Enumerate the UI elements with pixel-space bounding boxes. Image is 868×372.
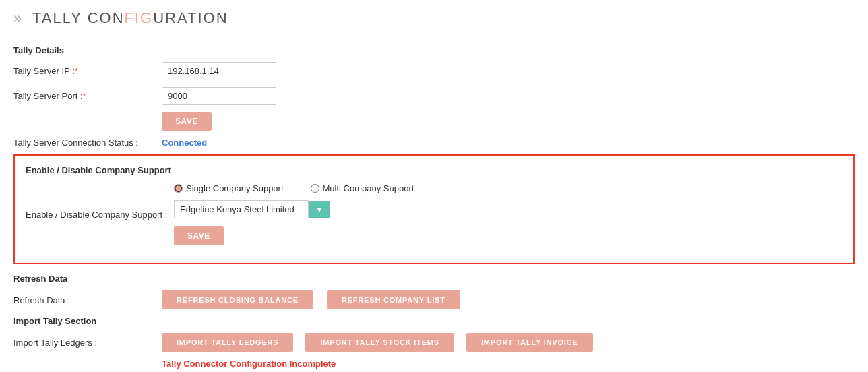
import-tally-invoice-button[interactable]: IMPORT TALLY INVOICE bbox=[466, 333, 593, 352]
company-support-save-button[interactable]: SAVE bbox=[174, 226, 224, 245]
company-dropdown[interactable]: Edgeline Kenya Steel Limited bbox=[174, 200, 309, 218]
title-highlight: FIG bbox=[125, 9, 154, 26]
tally-error-message: Tally Connector Configuration Incomplete bbox=[162, 359, 855, 369]
import-tally-row: Import Tally Ledgers : IMPORT TALLY LEDG… bbox=[13, 333, 855, 352]
connection-status-label: Tally Server Connection Status : bbox=[13, 137, 162, 148]
server-port-row: Tally Server Port :* bbox=[13, 87, 855, 105]
import-tally-stock-items-button[interactable]: IMPORT TALLY STOCK ITEMS bbox=[305, 333, 454, 352]
main-content: Tally Details Tally Server IP :* Tally S… bbox=[0, 34, 868, 372]
refresh-data-row: Refresh Data : REFRESH CLOSING BALANCE R… bbox=[13, 290, 855, 309]
radio-group: Single Company Support Multi Company Sup… bbox=[174, 183, 414, 193]
import-tally-ledgers-button[interactable]: IMPORT TALLY LEDGERS bbox=[162, 333, 293, 352]
company-dropdown-container: Edgeline Kenya Steel Limited ▼ bbox=[174, 200, 414, 218]
server-port-label: Tally Server Port :* bbox=[13, 91, 162, 101]
refresh-btn-group: REFRESH CLOSING BALANCE REFRESH COMPANY … bbox=[162, 290, 460, 309]
refresh-data-title: Refresh Data bbox=[13, 274, 855, 284]
multi-company-label: Multi Company Support bbox=[323, 183, 414, 193]
multi-company-radio-label[interactable]: Multi Company Support bbox=[311, 183, 414, 193]
page-title: » TALLY CONFIGURATION bbox=[13, 9, 855, 27]
title-text-suffix: URATION bbox=[153, 9, 228, 26]
single-company-radio-label[interactable]: Single Company Support bbox=[174, 183, 284, 193]
tally-details-title: Tally Details bbox=[13, 45, 855, 55]
connection-status-row: Tally Server Connection Status : Connect… bbox=[13, 137, 855, 148]
tally-details-section: Tally Details Tally Server IP :* Tally S… bbox=[13, 45, 855, 148]
dropdown-arrow-button[interactable]: ▼ bbox=[309, 201, 330, 218]
refresh-closing-balance-button[interactable]: REFRESH CLOSING BALANCE bbox=[162, 290, 313, 309]
server-ip-row: Tally Server IP :* bbox=[13, 62, 855, 80]
company-support-row: Enable / Disable Company Support : Singl… bbox=[26, 183, 842, 245]
server-ip-label: Tally Server IP :* bbox=[13, 66, 162, 76]
company-support-section: Enable / Disable Company Support Enable … bbox=[13, 154, 855, 264]
connection-status-value: Connected bbox=[162, 137, 207, 148]
page-header: » TALLY CONFIGURATION bbox=[0, 0, 868, 34]
save-row: SAVE bbox=[13, 112, 855, 131]
server-port-required: * bbox=[83, 91, 86, 101]
refresh-company-list-button[interactable]: REFRESH COMPANY LIST bbox=[327, 290, 460, 309]
multi-company-radio[interactable] bbox=[311, 184, 319, 193]
server-ip-required: * bbox=[75, 66, 78, 76]
company-support-label: Enable / Disable Company Support : bbox=[26, 210, 174, 220]
refresh-data-section: Refresh Data Refresh Data : REFRESH CLOS… bbox=[13, 274, 855, 309]
refresh-data-label: Refresh Data : bbox=[13, 295, 162, 305]
tally-save-button[interactable]: SAVE bbox=[162, 112, 212, 131]
import-btn-group: IMPORT TALLY LEDGERS IMPORT TALLY STOCK … bbox=[162, 333, 593, 352]
company-support-options: Single Company Support Multi Company Sup… bbox=[174, 183, 414, 245]
chevrons-icon: » bbox=[13, 9, 23, 26]
import-tally-label: Import Tally Ledgers : bbox=[13, 338, 162, 348]
server-port-input[interactable] bbox=[162, 87, 276, 105]
server-ip-input[interactable] bbox=[162, 62, 276, 80]
single-company-label: Single Company Support bbox=[186, 183, 284, 193]
company-support-title: Enable / Disable Company Support bbox=[26, 165, 842, 175]
title-text-prefix: TALLY CON bbox=[32, 9, 125, 26]
import-tally-title: Import Tally Section bbox=[13, 316, 855, 326]
single-company-radio[interactable] bbox=[174, 184, 183, 193]
import-tally-section: Import Tally Section Import Tally Ledger… bbox=[13, 316, 855, 369]
